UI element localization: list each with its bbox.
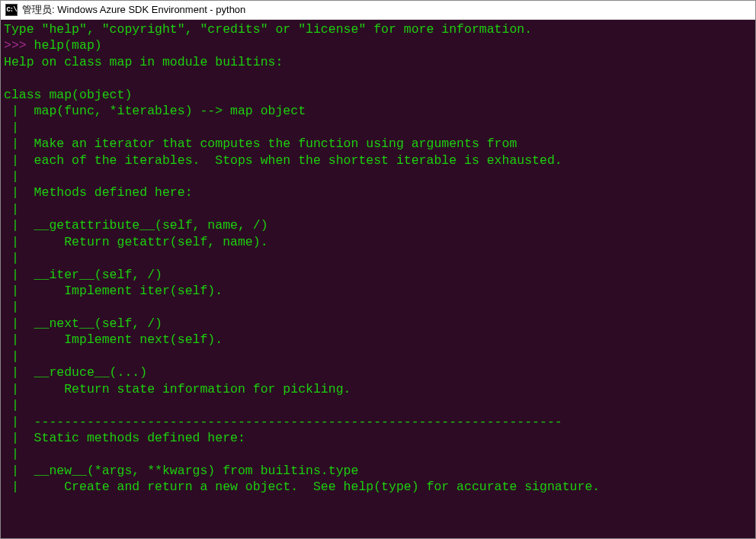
terminal-output: Help on class map in module builtins: cl… [4, 55, 600, 494]
terminal-command: help(map) [34, 38, 102, 53]
terminal-intro-line: Type "help", "copyright", "credits" or "… [4, 22, 532, 37]
window-title: 管理员: Windows Azure SDK Environment - pyt… [22, 3, 245, 17]
cmd-icon: C:\ [5, 4, 18, 16]
terminal-prompt: >>> [4, 38, 34, 53]
titlebar[interactable]: C:\ 管理员: Windows Azure SDK Environment -… [1, 1, 755, 20]
cmd-window: C:\ 管理员: Windows Azure SDK Environment -… [0, 0, 756, 539]
terminal-body[interactable]: Type "help", "copyright", "credits" or "… [1, 20, 755, 538]
